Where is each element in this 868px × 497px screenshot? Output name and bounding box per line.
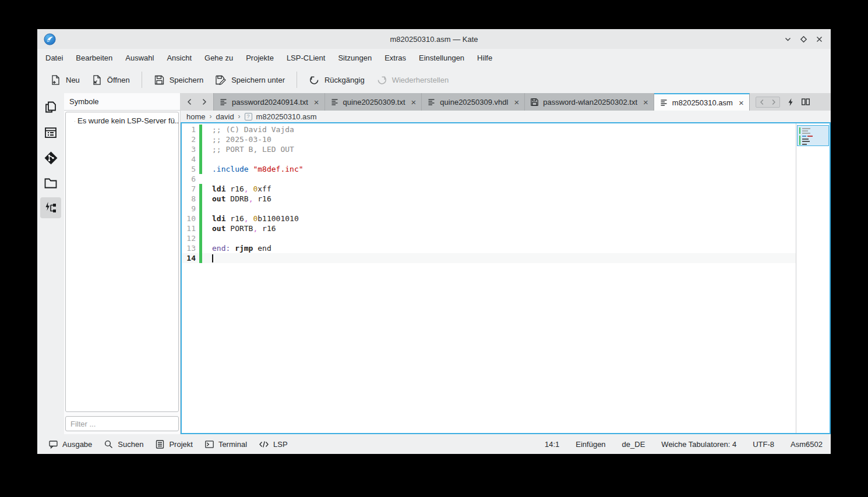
- code-line-11[interactable]: 11out PORTB, r16: [182, 223, 796, 233]
- minimize-button[interactable]: [784, 35, 792, 43]
- tabs-back-icon[interactable]: [186, 98, 193, 105]
- menu-item-extras[interactable]: Extras: [378, 51, 412, 65]
- minimap-scrollbar[interactable]: [796, 123, 830, 433]
- statusbar-toggle-projekt[interactable]: Projekt: [150, 436, 197, 452]
- tab-close-icon[interactable]: ×: [314, 98, 319, 106]
- project-icon: [155, 439, 165, 449]
- tab-m820250310-asm[interactable]: m820250310.asm×: [654, 93, 750, 111]
- toolbar: NeuÖffnenSpeichernSpeichern unterRückgän…: [37, 66, 831, 93]
- toolbar-separator: [142, 72, 142, 88]
- tab-password20240914-txt[interactable]: password20240914.txt×: [213, 93, 325, 111]
- code-line-14[interactable]: 14: [182, 253, 796, 263]
- toolview-button-lsp[interactable]: [40, 197, 61, 218]
- code-icon: [259, 440, 269, 449]
- code-text: end: rjmp end: [212, 243, 271, 253]
- wiederherstellen-button[interactable]: Wiederherstellen: [371, 70, 455, 90]
- code-line-12[interactable]: 12: [182, 233, 796, 243]
- statusbar-toggle-ausgabe[interactable]: Ausgabe: [43, 436, 97, 452]
- menu-item-projekte[interactable]: Projekte: [239, 51, 280, 65]
- symbols-panel: Symbole Es wurde kein LSP-Server fü...: [64, 93, 181, 434]
- tab-close-icon[interactable]: ×: [514, 98, 519, 106]
- status-encoding[interactable]: UTF-8: [753, 440, 774, 449]
- code-line-1[interactable]: 1;; (C) David Vajda: [182, 125, 796, 134]
- status-insert-mode[interactable]: Einfügen: [576, 440, 605, 449]
- status-cursor-position[interactable]: 14:1: [545, 440, 559, 449]
- code-text: ;; PORT B, LED OUT: [212, 144, 294, 154]
- code-line-13[interactable]: 13end: rjmp end: [182, 243, 796, 253]
- code-line-9[interactable]: 9: [182, 204, 796, 214]
- kate-app-icon: [44, 33, 56, 45]
- tab-quine20250309-txt[interactable]: quine20250309.txt×: [325, 93, 422, 111]
- tab-password-wlan20250302-txt[interactable]: password-wlan20250302.txt×: [525, 93, 654, 111]
- code-area[interactable]: 1;; (C) David Vajda2;; 2025-03-103;; POR…: [182, 123, 796, 433]
- statusbar-toggle-suchen[interactable]: Suchen: [98, 436, 149, 452]
- folding-margin: [202, 214, 212, 223]
- breadcrumb-home[interactable]: home: [186, 112, 206, 121]
- line-number: 8: [182, 194, 199, 204]
- toolview-button-symbols[interactable]: [40, 122, 61, 143]
- statusbar-toggle-terminal[interactable]: Terminal: [199, 436, 252, 452]
- editor-view: 1;; (C) David Vajda2;; 2025-03-103;; POR…: [181, 122, 831, 434]
- toolview-button-documents[interactable]: [40, 97, 61, 118]
- statusbar-toolviews: AusgabeSuchenProjektTerminalLSP: [43, 436, 293, 452]
- code-line-10[interactable]: 10ldi r16, 0b11001010: [182, 214, 796, 223]
- code-line-5[interactable]: 5.include "m8def.inc": [182, 164, 796, 174]
- code-line-6[interactable]: 6: [182, 174, 796, 184]
- toggle-label: LSP: [273, 440, 288, 449]
- folding-margin: [202, 204, 212, 214]
- toolview-button-git[interactable]: [40, 147, 61, 168]
- code-text: .include "m8def.inc": [212, 164, 304, 174]
- neu-button[interactable]: Neu: [44, 70, 86, 90]
- status-tab-mode[interactable]: Weiche Tabulatoren: 4: [661, 440, 736, 449]
- breadcrumb-file[interactable]: m820250310.asm: [256, 112, 317, 121]
- tab-label: quine20250309.vhdl: [440, 98, 508, 106]
- menu-item-hilfe[interactable]: Hilfe: [471, 51, 499, 65]
- tabs-forward-icon[interactable]: [201, 98, 207, 105]
- lsp-server-message[interactable]: Es wurde kein LSP-Server fü...: [75, 115, 178, 126]
- code-line-2[interactable]: 2;; 2025-03-10: [182, 134, 796, 144]
- code-text: out PORTB, r16: [212, 223, 276, 233]
- status-syntax-mode[interactable]: Asm6502: [791, 440, 823, 449]
- filter-input[interactable]: [65, 416, 179, 431]
- lsp-tree-icon: [43, 200, 58, 215]
- status-dictionary[interactable]: de_DE: [622, 440, 645, 449]
- menu-item-bearbeiten[interactable]: Bearbeiten: [69, 51, 119, 65]
- line-number: 2: [182, 134, 199, 144]
- code-line-3[interactable]: 3;; PORT B, LED OUT: [182, 144, 796, 154]
- symbols-icon: [43, 125, 58, 140]
- nav-back-icon[interactable]: [756, 97, 768, 107]
- close-button[interactable]: [815, 35, 823, 43]
- text-document-icon: [427, 98, 436, 106]
- menu-item-lsp-client[interactable]: LSP-CLient: [280, 51, 331, 65]
- breadcrumb-david[interactable]: david: [216, 112, 234, 121]
- tab-quine20250309-vhdl[interactable]: quine20250309.vhdl×: [422, 93, 525, 111]
- menu-item-datei[interactable]: Datei: [39, 51, 69, 65]
- toggle-label: Ausgabe: [62, 440, 92, 449]
- split-view-icon[interactable]: [801, 98, 810, 106]
- redo-icon: [376, 74, 387, 86]
- tab-close-icon[interactable]: ×: [411, 98, 417, 106]
- menu-item-ansicht[interactable]: Ansicht: [160, 51, 198, 65]
- speichern-button[interactable]: Speichern: [148, 70, 210, 90]
- tab-close-icon[interactable]: ×: [643, 98, 648, 106]
- quick-open-icon[interactable]: [787, 98, 794, 106]
- code-line-8[interactable]: 8out DDRB, r16: [182, 194, 796, 204]
- öffnen-button[interactable]: Öffnen: [86, 70, 136, 90]
- speichern-unter-button[interactable]: Speichern unter: [209, 70, 291, 90]
- menu-item-sitzungen[interactable]: Sitzungen: [331, 51, 378, 65]
- minimap-viewport[interactable]: [797, 125, 829, 146]
- line-number: 5: [182, 164, 199, 174]
- menu-item-auswahl[interactable]: Auswahl: [119, 51, 160, 65]
- nav-forward-icon[interactable]: [768, 97, 779, 107]
- menu-item-gehe-zu[interactable]: Gehe zu: [198, 51, 239, 65]
- line-number: 11: [182, 223, 199, 233]
- code-line-4[interactable]: 4: [182, 154, 796, 164]
- rückgängig-button[interactable]: Rückgängig: [303, 70, 371, 90]
- menu-item-einstellungen[interactable]: Einstellungen: [412, 51, 471, 65]
- tabs: password20240914.txt×quine20250309.txt×q…: [213, 93, 750, 111]
- statusbar-toggle-lsp[interactable]: LSP: [253, 437, 293, 452]
- toolview-button-filesystem[interactable]: [40, 172, 61, 193]
- tab-close-icon[interactable]: ×: [739, 98, 744, 107]
- maximize-button[interactable]: [799, 35, 807, 43]
- code-line-7[interactable]: 7ldi r16, 0xff: [182, 184, 796, 194]
